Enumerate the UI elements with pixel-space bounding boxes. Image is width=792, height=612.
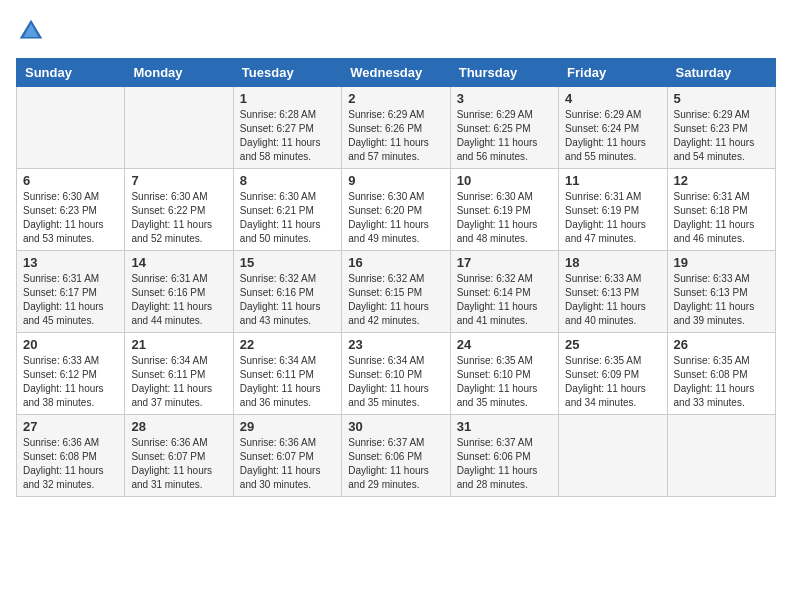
- day-number: 13: [23, 255, 118, 270]
- calendar-cell: 5Sunrise: 6:29 AM Sunset: 6:23 PM Daylig…: [667, 87, 775, 169]
- calendar-cell: 19Sunrise: 6:33 AM Sunset: 6:13 PM Dayli…: [667, 251, 775, 333]
- day-info: Sunrise: 6:36 AM Sunset: 6:08 PM Dayligh…: [23, 436, 118, 492]
- day-info: Sunrise: 6:33 AM Sunset: 6:13 PM Dayligh…: [565, 272, 660, 328]
- day-number: 4: [565, 91, 660, 106]
- calendar-cell: [667, 415, 775, 497]
- day-number: 30: [348, 419, 443, 434]
- day-number: 2: [348, 91, 443, 106]
- day-number: 6: [23, 173, 118, 188]
- day-info: Sunrise: 6:36 AM Sunset: 6:07 PM Dayligh…: [240, 436, 335, 492]
- day-info: Sunrise: 6:32 AM Sunset: 6:14 PM Dayligh…: [457, 272, 552, 328]
- calendar-cell: 17Sunrise: 6:32 AM Sunset: 6:14 PM Dayli…: [450, 251, 558, 333]
- day-info: Sunrise: 6:31 AM Sunset: 6:19 PM Dayligh…: [565, 190, 660, 246]
- day-number: 5: [674, 91, 769, 106]
- day-number: 17: [457, 255, 552, 270]
- day-number: 8: [240, 173, 335, 188]
- day-number: 18: [565, 255, 660, 270]
- day-number: 3: [457, 91, 552, 106]
- calendar-cell: 14Sunrise: 6:31 AM Sunset: 6:16 PM Dayli…: [125, 251, 233, 333]
- day-info: Sunrise: 6:31 AM Sunset: 6:16 PM Dayligh…: [131, 272, 226, 328]
- day-info: Sunrise: 6:35 AM Sunset: 6:10 PM Dayligh…: [457, 354, 552, 410]
- calendar-header-row: SundayMondayTuesdayWednesdayThursdayFrid…: [17, 59, 776, 87]
- day-number: 16: [348, 255, 443, 270]
- weekday-header: Monday: [125, 59, 233, 87]
- day-info: Sunrise: 6:34 AM Sunset: 6:11 PM Dayligh…: [240, 354, 335, 410]
- day-number: 24: [457, 337, 552, 352]
- calendar-cell: 6Sunrise: 6:30 AM Sunset: 6:23 PM Daylig…: [17, 169, 125, 251]
- day-info: Sunrise: 6:33 AM Sunset: 6:12 PM Dayligh…: [23, 354, 118, 410]
- day-number: 23: [348, 337, 443, 352]
- day-info: Sunrise: 6:31 AM Sunset: 6:18 PM Dayligh…: [674, 190, 769, 246]
- weekday-header: Saturday: [667, 59, 775, 87]
- calendar-cell: 21Sunrise: 6:34 AM Sunset: 6:11 PM Dayli…: [125, 333, 233, 415]
- calendar-cell: 24Sunrise: 6:35 AM Sunset: 6:10 PM Dayli…: [450, 333, 558, 415]
- weekday-header: Tuesday: [233, 59, 341, 87]
- day-info: Sunrise: 6:37 AM Sunset: 6:06 PM Dayligh…: [457, 436, 552, 492]
- day-number: 19: [674, 255, 769, 270]
- day-number: 27: [23, 419, 118, 434]
- calendar-week-row: 27Sunrise: 6:36 AM Sunset: 6:08 PM Dayli…: [17, 415, 776, 497]
- calendar-cell: 3Sunrise: 6:29 AM Sunset: 6:25 PM Daylig…: [450, 87, 558, 169]
- calendar-cell: 12Sunrise: 6:31 AM Sunset: 6:18 PM Dayli…: [667, 169, 775, 251]
- day-info: Sunrise: 6:34 AM Sunset: 6:11 PM Dayligh…: [131, 354, 226, 410]
- day-info: Sunrise: 6:32 AM Sunset: 6:15 PM Dayligh…: [348, 272, 443, 328]
- day-info: Sunrise: 6:32 AM Sunset: 6:16 PM Dayligh…: [240, 272, 335, 328]
- calendar-cell: 30Sunrise: 6:37 AM Sunset: 6:06 PM Dayli…: [342, 415, 450, 497]
- weekday-header: Wednesday: [342, 59, 450, 87]
- day-number: 14: [131, 255, 226, 270]
- calendar-cell: [125, 87, 233, 169]
- day-info: Sunrise: 6:30 AM Sunset: 6:22 PM Dayligh…: [131, 190, 226, 246]
- logo-icon: [16, 16, 46, 46]
- day-number: 29: [240, 419, 335, 434]
- calendar-cell: 25Sunrise: 6:35 AM Sunset: 6:09 PM Dayli…: [559, 333, 667, 415]
- calendar-cell: 16Sunrise: 6:32 AM Sunset: 6:15 PM Dayli…: [342, 251, 450, 333]
- day-info: Sunrise: 6:33 AM Sunset: 6:13 PM Dayligh…: [674, 272, 769, 328]
- calendar-cell: 28Sunrise: 6:36 AM Sunset: 6:07 PM Dayli…: [125, 415, 233, 497]
- calendar-week-row: 6Sunrise: 6:30 AM Sunset: 6:23 PM Daylig…: [17, 169, 776, 251]
- day-info: Sunrise: 6:30 AM Sunset: 6:23 PM Dayligh…: [23, 190, 118, 246]
- day-number: 25: [565, 337, 660, 352]
- calendar-cell: 1Sunrise: 6:28 AM Sunset: 6:27 PM Daylig…: [233, 87, 341, 169]
- day-number: 31: [457, 419, 552, 434]
- calendar-week-row: 1Sunrise: 6:28 AM Sunset: 6:27 PM Daylig…: [17, 87, 776, 169]
- day-number: 21: [131, 337, 226, 352]
- day-info: Sunrise: 6:37 AM Sunset: 6:06 PM Dayligh…: [348, 436, 443, 492]
- day-number: 7: [131, 173, 226, 188]
- calendar-cell: 23Sunrise: 6:34 AM Sunset: 6:10 PM Dayli…: [342, 333, 450, 415]
- day-number: 22: [240, 337, 335, 352]
- calendar-cell: 9Sunrise: 6:30 AM Sunset: 6:20 PM Daylig…: [342, 169, 450, 251]
- calendar-cell: 31Sunrise: 6:37 AM Sunset: 6:06 PM Dayli…: [450, 415, 558, 497]
- day-number: 20: [23, 337, 118, 352]
- calendar-cell: 8Sunrise: 6:30 AM Sunset: 6:21 PM Daylig…: [233, 169, 341, 251]
- page-header: [16, 16, 776, 46]
- weekday-header: Sunday: [17, 59, 125, 87]
- day-info: Sunrise: 6:36 AM Sunset: 6:07 PM Dayligh…: [131, 436, 226, 492]
- calendar-cell: 2Sunrise: 6:29 AM Sunset: 6:26 PM Daylig…: [342, 87, 450, 169]
- day-info: Sunrise: 6:29 AM Sunset: 6:23 PM Dayligh…: [674, 108, 769, 164]
- day-info: Sunrise: 6:30 AM Sunset: 6:21 PM Dayligh…: [240, 190, 335, 246]
- logo: [16, 16, 52, 46]
- day-info: Sunrise: 6:30 AM Sunset: 6:20 PM Dayligh…: [348, 190, 443, 246]
- calendar-cell: 22Sunrise: 6:34 AM Sunset: 6:11 PM Dayli…: [233, 333, 341, 415]
- calendar-cell: 4Sunrise: 6:29 AM Sunset: 6:24 PM Daylig…: [559, 87, 667, 169]
- calendar-cell: 29Sunrise: 6:36 AM Sunset: 6:07 PM Dayli…: [233, 415, 341, 497]
- day-number: 9: [348, 173, 443, 188]
- calendar-cell: 11Sunrise: 6:31 AM Sunset: 6:19 PM Dayli…: [559, 169, 667, 251]
- calendar-cell: 10Sunrise: 6:30 AM Sunset: 6:19 PM Dayli…: [450, 169, 558, 251]
- day-info: Sunrise: 6:29 AM Sunset: 6:25 PM Dayligh…: [457, 108, 552, 164]
- calendar-cell: 20Sunrise: 6:33 AM Sunset: 6:12 PM Dayli…: [17, 333, 125, 415]
- weekday-header: Friday: [559, 59, 667, 87]
- day-info: Sunrise: 6:31 AM Sunset: 6:17 PM Dayligh…: [23, 272, 118, 328]
- day-info: Sunrise: 6:28 AM Sunset: 6:27 PM Dayligh…: [240, 108, 335, 164]
- day-info: Sunrise: 6:29 AM Sunset: 6:24 PM Dayligh…: [565, 108, 660, 164]
- calendar-table: SundayMondayTuesdayWednesdayThursdayFrid…: [16, 58, 776, 497]
- calendar-cell: [17, 87, 125, 169]
- calendar-cell: 7Sunrise: 6:30 AM Sunset: 6:22 PM Daylig…: [125, 169, 233, 251]
- calendar-week-row: 13Sunrise: 6:31 AM Sunset: 6:17 PM Dayli…: [17, 251, 776, 333]
- day-info: Sunrise: 6:29 AM Sunset: 6:26 PM Dayligh…: [348, 108, 443, 164]
- calendar-cell: 15Sunrise: 6:32 AM Sunset: 6:16 PM Dayli…: [233, 251, 341, 333]
- calendar-cell: 27Sunrise: 6:36 AM Sunset: 6:08 PM Dayli…: [17, 415, 125, 497]
- calendar-cell: 13Sunrise: 6:31 AM Sunset: 6:17 PM Dayli…: [17, 251, 125, 333]
- day-number: 15: [240, 255, 335, 270]
- day-info: Sunrise: 6:34 AM Sunset: 6:10 PM Dayligh…: [348, 354, 443, 410]
